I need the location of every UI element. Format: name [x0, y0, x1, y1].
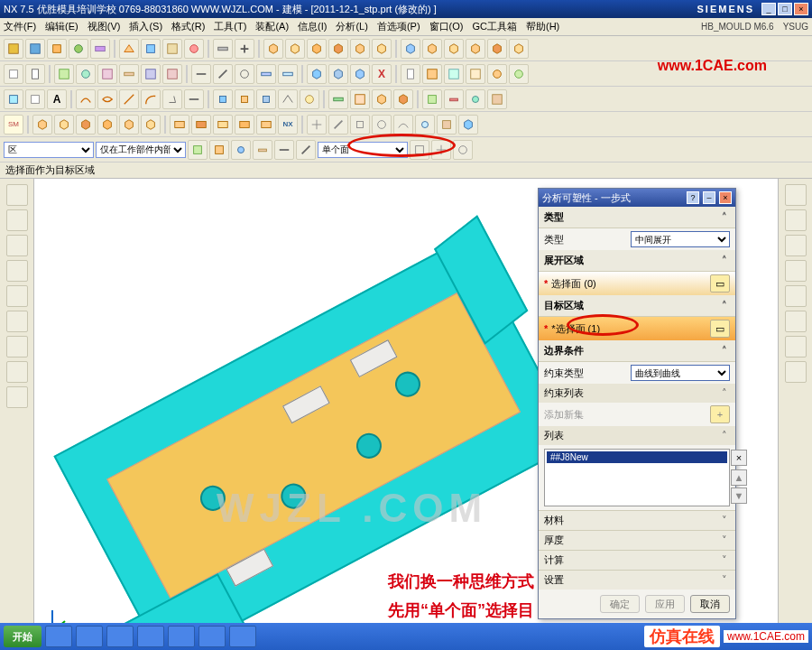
tool-icon[interactable]: [54, 64, 74, 84]
tool-icon[interactable]: [213, 39, 233, 59]
box-icon[interactable]: [487, 39, 507, 59]
tool-icon[interactable]: [328, 89, 348, 109]
menu-gctoolbox[interactable]: GC工具箱: [472, 20, 517, 33]
nav-icon[interactable]: [6, 235, 28, 256]
tool-icon[interactable]: [307, 115, 327, 135]
tool-icon[interactable]: [4, 89, 23, 109]
nav-icon[interactable]: [785, 235, 807, 256]
tool-icon[interactable]: [328, 115, 348, 135]
apply-button[interactable]: 应用: [645, 595, 685, 613]
chevron-up-icon[interactable]: ˄: [719, 212, 730, 223]
tool-icon[interactable]: [509, 64, 529, 84]
tool-icon[interactable]: [25, 39, 45, 59]
tool-icon[interactable]: [444, 64, 464, 84]
x-icon[interactable]: X: [372, 64, 392, 84]
list-item[interactable]: ##J8New: [547, 451, 727, 463]
tool-icon[interactable]: [69, 39, 88, 59]
filter-select-1[interactable]: 区: [4, 142, 94, 158]
add-new-set[interactable]: 添加新集 +: [539, 403, 735, 426]
tool-icon[interactable]: [162, 89, 182, 109]
tool-icon[interactable]: [466, 64, 485, 84]
filter-icon[interactable]: [431, 140, 451, 160]
tool-icon[interactable]: [393, 89, 413, 109]
tool-icon[interactable]: [487, 89, 507, 109]
text-icon[interactable]: A: [47, 89, 67, 109]
tool-icon[interactable]: [76, 115, 96, 135]
nav-icon[interactable]: [6, 184, 28, 206]
box-icon[interactable]: [401, 39, 420, 59]
box-icon[interactable]: [422, 39, 442, 59]
nav-icon[interactable]: [6, 260, 28, 282]
doc-icon[interactable]: [25, 64, 45, 84]
tool-icon[interactable]: [119, 39, 139, 59]
tool-icon[interactable]: [235, 115, 254, 135]
taskbar-item[interactable]: [137, 626, 164, 647]
filter-icon[interactable]: [274, 140, 294, 160]
nx-icon[interactable]: NX: [278, 115, 298, 135]
cancel-button[interactable]: 取消: [690, 595, 730, 613]
face-select-icon[interactable]: ▭: [710, 274, 730, 292]
nav-icon[interactable]: [785, 184, 807, 206]
nav-icon[interactable]: [6, 386, 28, 408]
select-face-expand[interactable]: *选择面 (0) ▭: [539, 272, 735, 295]
tool-icon[interactable]: [97, 115, 117, 135]
tool-icon[interactable]: [119, 64, 139, 84]
filter-icon[interactable]: [231, 140, 251, 160]
nav-icon[interactable]: [6, 311, 28, 332]
cube-icon[interactable]: [458, 115, 478, 135]
menu-help[interactable]: 帮助(H): [526, 20, 559, 33]
add-icon[interactable]: +: [710, 405, 730, 423]
start-button[interactable]: 开始: [4, 626, 42, 647]
menu-insert[interactable]: 插入(S): [129, 20, 162, 33]
menu-hbmould[interactable]: HB_MOULD M6.6: [701, 22, 774, 32]
move-up-icon[interactable]: ▲: [731, 469, 747, 486]
nav-icon[interactable]: [785, 336, 807, 358]
dialog-close-icon[interactable]: ×: [719, 191, 732, 204]
menu-info[interactable]: 信息(I): [298, 20, 327, 33]
filter-icon[interactable]: [253, 140, 272, 160]
move-down-icon[interactable]: ▼: [731, 488, 747, 504]
tool-icon[interactable]: [32, 115, 52, 135]
tool-icon[interactable]: [300, 89, 319, 109]
curve-icon[interactable]: [97, 89, 117, 109]
sm-icon[interactable]: SM: [4, 115, 23, 135]
menu-format[interactable]: 格式(R): [171, 20, 205, 33]
arc-icon[interactable]: [141, 89, 161, 109]
dialog-help-icon[interactable]: ?: [687, 191, 699, 204]
graphics-viewport[interactable]: WJZL .COM 我们换一种思维方式， 先用“单个面”选择目 标区域。 分析可…: [36, 179, 776, 648]
nav-icon[interactable]: [785, 285, 807, 307]
nav-icon[interactable]: [6, 285, 28, 307]
nav-icon[interactable]: [785, 361, 807, 383]
minimize-button[interactable]: _: [761, 3, 776, 15]
box-icon[interactable]: [307, 39, 327, 59]
section-material[interactable]: 材料˅: [539, 510, 735, 530]
taskbar-item[interactable]: [106, 626, 134, 647]
tool-icon[interactable]: [235, 39, 254, 59]
tool-icon[interactable]: [191, 64, 211, 84]
box-icon[interactable]: [372, 39, 392, 59]
tool-icon[interactable]: [25, 89, 45, 109]
tool-icon[interactable]: [213, 64, 233, 84]
filter-select-2[interactable]: 仅在工作部件内部: [96, 142, 186, 158]
constraint-list[interactable]: ##J8New × ▲ ▼: [544, 449, 730, 506]
box-icon[interactable]: [285, 39, 305, 59]
box-icon[interactable]: [509, 39, 529, 59]
tool-icon[interactable]: [235, 89, 254, 109]
section-thickness[interactable]: 厚度˅: [539, 530, 735, 550]
tool-icon[interactable]: [256, 89, 276, 109]
tool-icon[interactable]: [422, 64, 442, 84]
curve-icon[interactable]: [76, 89, 96, 109]
sketch-icon[interactable]: [4, 64, 23, 84]
tool-icon[interactable]: [415, 115, 435, 135]
menu-analysis[interactable]: 分析(L): [336, 20, 367, 33]
tool-icon[interactable]: [278, 89, 298, 109]
nav-icon[interactable]: [785, 311, 807, 332]
maximize-button[interactable]: □: [778, 3, 792, 15]
taskbar-item[interactable]: [168, 626, 195, 647]
box-icon[interactable]: [263, 39, 283, 59]
cube-icon[interactable]: [328, 64, 348, 84]
type-select[interactable]: 中间展开: [631, 231, 730, 247]
section-settings[interactable]: 设置˅: [539, 570, 735, 590]
tool-icon[interactable]: [393, 115, 413, 135]
tool-icon[interactable]: [184, 89, 204, 109]
